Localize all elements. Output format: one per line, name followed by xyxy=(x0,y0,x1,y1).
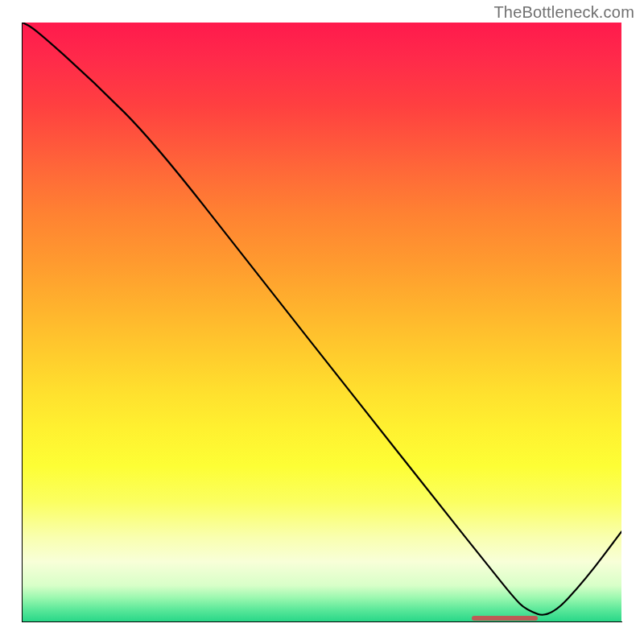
bottleneck-curve-line xyxy=(23,23,621,615)
x-axis-line xyxy=(22,621,622,622)
watermark-text: TheBottleneck.com xyxy=(493,3,634,22)
optimal-range-marker xyxy=(472,616,538,621)
y-axis-line xyxy=(22,23,23,622)
chart-plot-area xyxy=(23,23,621,621)
line-chart-svg xyxy=(23,23,621,621)
